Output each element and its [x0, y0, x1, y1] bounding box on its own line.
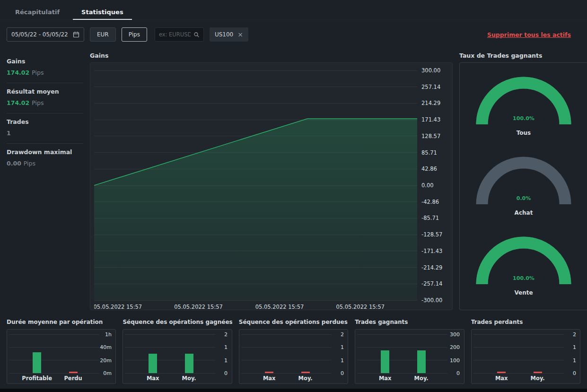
svg-text:Vente: Vente: [514, 289, 533, 296]
svg-text:300.00: 300.00: [421, 67, 440, 74]
svg-text:0: 0: [224, 370, 228, 376]
stat-value: 0.00Pips: [7, 160, 83, 167]
svg-text:1: 1: [341, 344, 344, 350]
lose-streak-svg: 2110MaxMoy.: [239, 330, 348, 383]
remove-asset-icon[interactable]: ×: [237, 31, 243, 38]
remove-all-assets-link[interactable]: Supprimer tous les actifs: [487, 31, 571, 38]
mini-chart-lose-streak: Séquence des opérations perdues 2110MaxM…: [239, 319, 348, 384]
stat-gains: Gains 174.02Pips: [7, 53, 83, 83]
svg-text:100: 100: [450, 357, 460, 364]
stat-average-result: Résultat moyen 174.02Pips: [7, 83, 83, 113]
mini-chart-win-streak: Séquence des opérations gagnées 2110MaxM…: [123, 319, 232, 384]
svg-text:0.00: 0.00: [421, 182, 434, 189]
svg-text:-257.14: -257.14: [421, 280, 442, 287]
tab-bar: Récapitulatif Statistiques: [0, 0, 587, 20]
asset-search-input[interactable]: [159, 31, 191, 38]
svg-text:2: 2: [341, 331, 344, 338]
gauge-achat: 0.0%Achat: [471, 151, 577, 221]
svg-text:1h: 1h: [105, 331, 112, 338]
svg-text:171.43: 171.43: [421, 116, 440, 123]
winning-trades-svg: 3002001000MaxMoy.: [355, 330, 464, 383]
win-rate-section: Taux de Trades gagnants 100.0%Tous0.0%Ac…: [459, 52, 587, 310]
gauge-vente: 100.0%Vente: [471, 231, 577, 301]
svg-text:1: 1: [573, 344, 576, 350]
svg-text:-85.71: -85.71: [421, 215, 439, 221]
mini-chart-avg-duration: Durée moyenne par opération 1h40m20m0mPr…: [7, 319, 116, 384]
svg-text:Max: Max: [495, 375, 508, 382]
svg-text:Moy.: Moy.: [414, 375, 429, 382]
stat-value: 1: [7, 130, 83, 137]
svg-text:100.0%: 100.0%: [513, 275, 534, 281]
svg-text:-171.43: -171.43: [421, 248, 442, 254]
mini-chart-title: Séquence des opérations perdues: [239, 319, 348, 329]
svg-text:1: 1: [224, 344, 228, 350]
gains-chart-title: Gains: [90, 52, 453, 62]
date-range-value: 05/05/22 - 05/05/22: [11, 31, 68, 38]
pips-button[interactable]: Pips: [122, 27, 147, 42]
tab-recapitulatif[interactable]: Récapitulatif: [7, 5, 68, 19]
svg-text:0: 0: [573, 370, 576, 376]
gauge-tous: 100.0%Tous: [471, 71, 577, 141]
svg-text:05.05.2022 15:57: 05.05.2022 15:57: [94, 304, 142, 310]
svg-text:Max: Max: [263, 375, 276, 382]
mini-chart-title: Trades perdants: [471, 319, 580, 329]
gains-area-svg: 300.00257.14214.29171.43128.5785.7142.86…: [94, 66, 448, 310]
mini-chart-title: Séquence des opérations gagnées: [123, 319, 232, 329]
win-streak-chart: 2110MaxMoy.: [123, 329, 232, 384]
svg-text:0.0%: 0.0%: [517, 195, 531, 201]
losing-trades-svg: 2110MaxMoy.: [472, 330, 580, 383]
svg-text:Perdu: Perdu: [64, 375, 82, 382]
svg-text:214.29: 214.29: [421, 100, 440, 106]
avg-duration-svg: 1h40m20m0mProfitablePerdu: [7, 330, 115, 383]
svg-text:2: 2: [224, 331, 228, 338]
lose-streak-chart: 2110MaxMoy.: [239, 329, 348, 384]
stats-sidebar: Gains 174.02Pips Résultat moyen 174.02Pi…: [7, 52, 83, 310]
svg-text:-42.86: -42.86: [421, 199, 439, 205]
gains-area-chart: 300.00257.14214.29171.43128.5785.7142.86…: [90, 62, 453, 310]
svg-text:300: 300: [450, 331, 460, 338]
svg-text:-128.57: -128.57: [421, 231, 442, 238]
svg-text:Tous: Tous: [517, 130, 531, 136]
svg-text:Max: Max: [147, 375, 159, 382]
winning-trades-chart: 3002001000MaxMoy.: [355, 329, 464, 384]
svg-text:1: 1: [573, 357, 576, 364]
svg-text:100.0%: 100.0%: [513, 115, 534, 122]
trading-statistics-dashboard: Récapitulatif Statistiques 05/05/22 - 05…: [0, 0, 587, 392]
svg-text:128.57: 128.57: [421, 133, 440, 139]
svg-text:Moy.: Moy.: [298, 375, 312, 382]
svg-text:Achat: Achat: [515, 209, 533, 216]
calendar-icon: [73, 31, 79, 38]
svg-text:Moy.: Moy.: [530, 375, 544, 382]
svg-text:40m: 40m: [100, 344, 112, 350]
stat-value: 174.02Pips: [7, 99, 83, 106]
svg-text:Moy.: Moy.: [182, 375, 196, 382]
svg-text:-214.29: -214.29: [421, 264, 442, 271]
tab-statistiques[interactable]: Statistiques: [73, 5, 132, 19]
svg-text:85.71: 85.71: [421, 149, 437, 156]
mini-chart-title: Trades gagnants: [355, 319, 464, 329]
avg-duration-chart: 1h40m20m0mProfitablePerdu: [7, 329, 116, 384]
currency-eur-button[interactable]: EUR: [90, 27, 116, 42]
svg-text:257.14: 257.14: [421, 84, 440, 90]
main-section: Gains 174.02Pips Résultat moyen 174.02Pi…: [7, 52, 580, 310]
mini-chart-title: Durée moyenne par opération: [7, 319, 116, 329]
bottom-divider: [0, 389, 587, 392]
filters-toolbar: 05/05/22 - 05/05/22 EUR Pips US100 × Sup…: [7, 27, 580, 42]
mini-charts-row: Durée moyenne par opération 1h40m20m0mPr…: [7, 319, 580, 384]
stat-max-drawdown: Drawdown maximal 0.00Pips: [7, 144, 83, 174]
svg-text:0m: 0m: [103, 370, 112, 376]
svg-text:Profitable: Profitable: [22, 375, 52, 382]
asset-tag-us100[interactable]: US100 ×: [210, 27, 248, 42]
stat-label: Trades: [7, 118, 83, 125]
svg-text:1: 1: [341, 357, 344, 364]
gains-chart-section: Gains 300.00257.14214.29171.43128.5785.7…: [90, 52, 453, 310]
win-streak-svg: 2110MaxMoy.: [123, 330, 231, 383]
svg-text:0: 0: [341, 370, 344, 376]
svg-text:42.86: 42.86: [421, 166, 437, 172]
stat-label: Gains: [7, 58, 83, 65]
svg-text:-300.00: -300.00: [421, 297, 442, 304]
svg-text:20m: 20m: [100, 357, 112, 364]
svg-text:05.05.2022 15:57: 05.05.2022 15:57: [174, 304, 223, 310]
search-icon: [193, 32, 200, 38]
date-range-picker[interactable]: 05/05/22 - 05/05/22: [7, 27, 84, 42]
